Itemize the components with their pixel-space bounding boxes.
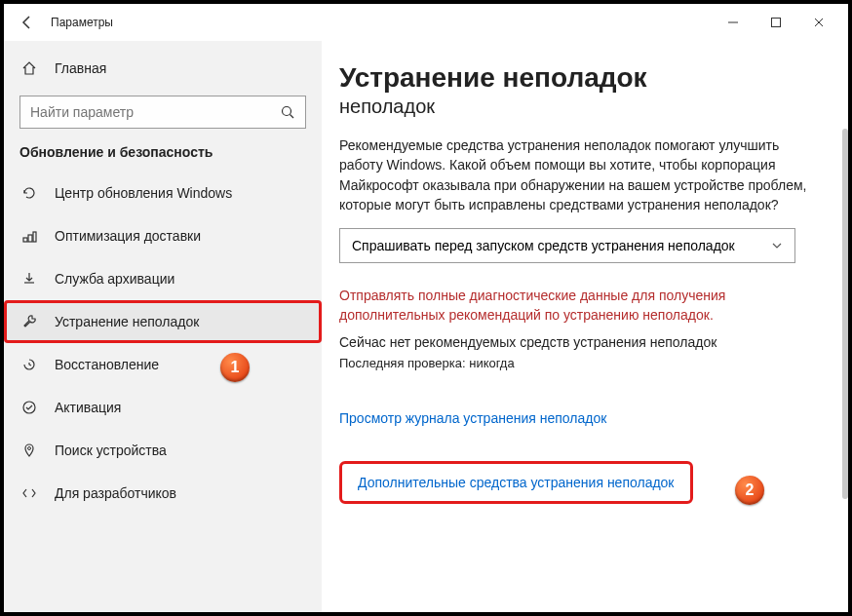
close-button[interactable] xyxy=(809,13,829,32)
home-icon xyxy=(19,60,39,76)
wrench-icon xyxy=(19,314,39,329)
code-icon xyxy=(19,485,39,501)
svg-rect-4 xyxy=(23,238,27,242)
history-link[interactable]: Просмотр журнала устранения неполадок xyxy=(339,410,606,426)
svg-rect-5 xyxy=(28,235,32,242)
more-tools-highlight: Дополнительные средства устранения непол… xyxy=(339,461,693,504)
nav-label: Восстановление xyxy=(55,357,159,372)
nav-troubleshoot[interactable]: Устранение неполадок xyxy=(4,300,322,343)
maximize-button[interactable] xyxy=(766,13,786,32)
nav-backup[interactable]: Служба архивации xyxy=(4,257,322,300)
backup-icon xyxy=(19,271,39,287)
nav-windows-update[interactable]: Центр обновления Windows xyxy=(4,172,322,214)
main-content: Устранение неполадок неполадок Рекоменду… xyxy=(322,41,848,612)
nav-list: Центр обновления Windows Оптимизация дос… xyxy=(4,172,322,515)
nav-label: Поиск устройства xyxy=(55,443,167,458)
nav-find-device[interactable]: Поиск устройства xyxy=(4,429,322,472)
svg-rect-1 xyxy=(772,19,781,27)
warning-text: Отправлять полные диагностические данные… xyxy=(339,287,807,325)
annotation-badge-1: 1 xyxy=(220,353,250,382)
nav-activation[interactable]: Активация xyxy=(4,386,322,429)
home-link[interactable]: Главная xyxy=(4,49,322,88)
nav-label: Оптимизация доставки xyxy=(55,228,201,244)
mode-dropdown[interactable]: Спрашивать перед запуском средств устран… xyxy=(339,228,795,263)
svg-rect-6 xyxy=(33,232,36,242)
page-heading: Устранение неполадок xyxy=(339,62,829,94)
delivery-icon xyxy=(19,228,39,244)
annotation-badge-2: 2 xyxy=(735,476,764,505)
category-title: Обновление и безопасность xyxy=(4,144,322,172)
nav-label: Активация xyxy=(55,400,121,415)
scrollbar[interactable] xyxy=(842,129,848,499)
check-circle-icon xyxy=(19,400,39,415)
window-title: Параметры xyxy=(51,16,113,29)
more-tools-link[interactable]: Дополнительные средства устранения непол… xyxy=(358,475,675,490)
titlebar: Параметры xyxy=(4,4,848,41)
nav-label: Служба архивации xyxy=(55,271,174,287)
nav-recovery[interactable]: Восстановление xyxy=(4,343,322,386)
arrow-left-icon xyxy=(19,15,35,30)
window-body: Главная Обновление и безопасность Центр … xyxy=(4,41,848,612)
page-subheading: неполадок xyxy=(339,96,829,118)
no-recommendations-text: Сейчас нет рекомендуемых средств устране… xyxy=(339,334,829,350)
maximize-icon xyxy=(770,17,782,28)
minimize-icon xyxy=(727,17,739,28)
sidebar: Главная Обновление и безопасность Центр … xyxy=(4,41,322,612)
home-label: Главная xyxy=(55,60,106,76)
nav-label: Центр обновления Windows xyxy=(55,185,232,201)
refresh-icon xyxy=(19,185,39,201)
nav-label: Для разработчиков xyxy=(55,485,176,501)
nav-label: Устранение неполадок xyxy=(55,314,199,329)
search-box[interactable] xyxy=(19,96,306,129)
nav-developers[interactable]: Для разработчиков xyxy=(4,472,322,515)
search-icon xyxy=(280,104,295,120)
chevron-down-icon xyxy=(771,240,783,251)
location-icon xyxy=(19,443,39,458)
svg-point-2 xyxy=(283,107,291,116)
description-text: Рекомендуемые средства устранения непола… xyxy=(339,135,807,214)
dropdown-value: Спрашивать перед запуском средств устран… xyxy=(352,238,771,253)
nav-delivery-optimization[interactable]: Оптимизация доставки xyxy=(4,214,322,257)
svg-point-8 xyxy=(28,447,31,450)
svg-line-3 xyxy=(290,115,294,119)
last-check-text: Последняя проверка: никогда xyxy=(339,356,829,370)
svg-point-7 xyxy=(23,402,35,413)
settings-window: Параметры Главная Обновление и безопасно… xyxy=(0,0,852,616)
window-controls xyxy=(723,13,840,32)
back-button[interactable] xyxy=(12,7,43,38)
close-icon xyxy=(813,17,825,28)
search-input[interactable] xyxy=(30,104,280,120)
recovery-icon xyxy=(19,357,39,372)
minimize-button[interactable] xyxy=(723,13,743,32)
